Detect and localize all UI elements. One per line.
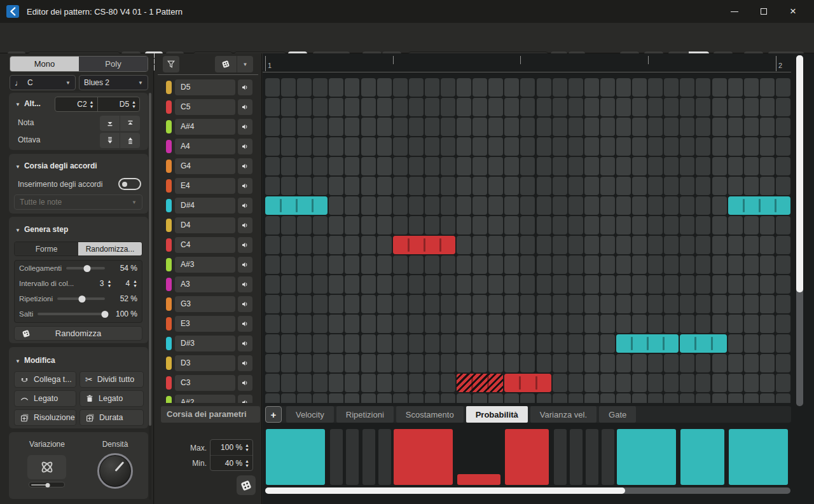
step-cell[interactable] [265,236,280,254]
step-cell[interactable] [377,137,392,156]
pattern-note[interactable] [680,334,726,353]
step-cell[interactable] [457,196,471,215]
step-cell[interactable] [504,393,519,403]
step-cell[interactable] [600,118,615,136]
step-cell[interactable] [441,196,455,215]
step-cell[interactable] [441,255,455,274]
step-cell[interactable] [457,236,471,254]
step-cell[interactable] [728,374,743,392]
step-cell[interactable] [473,196,487,215]
step-cell[interactable] [297,393,312,403]
step-cell[interactable] [744,137,759,156]
step-cell[interactable] [393,315,408,333]
step-cell[interactable] [696,275,710,294]
step-cell[interactable] [425,157,439,175]
step-cell[interactable] [425,216,439,235]
step-cell[interactable] [345,177,359,195]
step-cell[interactable] [569,157,583,175]
step-cell[interactable] [409,157,424,175]
step-cell[interactable] [520,295,535,313]
step-cell[interactable] [776,157,790,175]
lane-empty-slot[interactable] [378,429,391,485]
step-cell[interactable] [553,78,567,97]
collegamenti-slider[interactable] [66,267,105,269]
step-cell[interactable] [361,216,376,235]
step-cell[interactable] [696,157,710,175]
step-cell[interactable] [425,137,439,156]
step-cell[interactable] [696,177,710,195]
step-cell[interactable] [281,354,296,372]
step-cell[interactable] [776,98,790,116]
step-cell[interactable] [281,137,296,156]
step-cell[interactable] [441,393,455,403]
step-cell[interactable] [712,118,727,136]
step-cell[interactable] [744,255,759,274]
step-cell[interactable] [553,157,567,175]
step-cell[interactable] [281,275,296,294]
step-cell[interactable] [728,118,743,136]
step-cell[interactable] [776,118,790,136]
step-cell[interactable] [584,354,599,372]
step-cell[interactable] [297,118,312,136]
lane-empty-slot[interactable] [330,429,343,485]
step-cell[interactable] [377,255,392,274]
step-cell[interactable] [680,78,694,97]
step-cell[interactable] [504,255,519,274]
step-cell[interactable] [281,236,296,254]
step-cell[interactable] [569,137,583,156]
step-cell[interactable] [776,334,790,353]
step-cell[interactable] [488,177,503,195]
step-cell[interactable] [313,137,328,156]
step-cell[interactable] [473,275,487,294]
step-cell[interactable] [265,275,280,294]
step-cell[interactable] [361,118,376,136]
step-cell[interactable] [409,118,424,136]
step-cell[interactable] [680,118,694,136]
step-cell[interactable] [393,295,408,313]
step-cell[interactable] [696,315,710,333]
step-cell[interactable] [473,334,487,353]
step-cell[interactable] [473,236,487,254]
step-cell[interactable] [648,196,663,215]
preview-speaker-button[interactable] [238,158,252,174]
step-cell[interactable] [648,118,663,136]
step-cell[interactable] [648,275,663,294]
step-cell[interactable] [425,78,439,97]
step-cell[interactable] [728,78,743,97]
stepper-arrows-icon[interactable]: ▲▼ [245,443,249,452]
max-stepper[interactable]: 100 %▲▼ [210,440,252,455]
step-cell[interactable] [377,393,392,403]
step-cell[interactable] [648,393,663,403]
step-cell[interactable] [313,275,328,294]
step-cell[interactable] [329,98,343,116]
step-cell[interactable] [680,196,694,215]
step-cell[interactable] [457,275,471,294]
step-cell[interactable] [504,98,519,116]
step-cell[interactable] [712,78,727,97]
step-cell[interactable] [537,78,551,97]
step-cell[interactable] [377,275,392,294]
notes-filter-select-disabled[interactable]: Tutte le note ▼ [14,194,142,210]
step-cell[interactable] [553,354,567,372]
step-cell[interactable] [377,236,392,254]
step-cell[interactable] [664,177,679,195]
lane-value-bar[interactable] [680,429,724,485]
step-cell[interactable] [297,354,312,372]
vertical-scrollbar-thumb[interactable] [796,55,803,292]
step-cell[interactable] [425,118,439,136]
step-cell[interactable] [409,393,424,403]
pitch-name-field[interactable]: A#2 [175,395,235,403]
step-cell[interactable] [553,374,567,392]
step-cell[interactable] [553,137,567,156]
step-cell[interactable] [744,177,759,195]
step-cell[interactable] [345,275,359,294]
step-cell[interactable] [616,196,631,215]
step-cell[interactable] [473,157,487,175]
step-cell[interactable] [760,78,775,97]
step-cell[interactable] [760,354,775,372]
lane-empty-slot[interactable] [602,429,614,485]
step-cell[interactable] [537,315,551,333]
step-cell[interactable] [632,98,647,116]
pattern-note[interactable] [393,236,455,254]
step-cell[interactable] [425,295,439,313]
